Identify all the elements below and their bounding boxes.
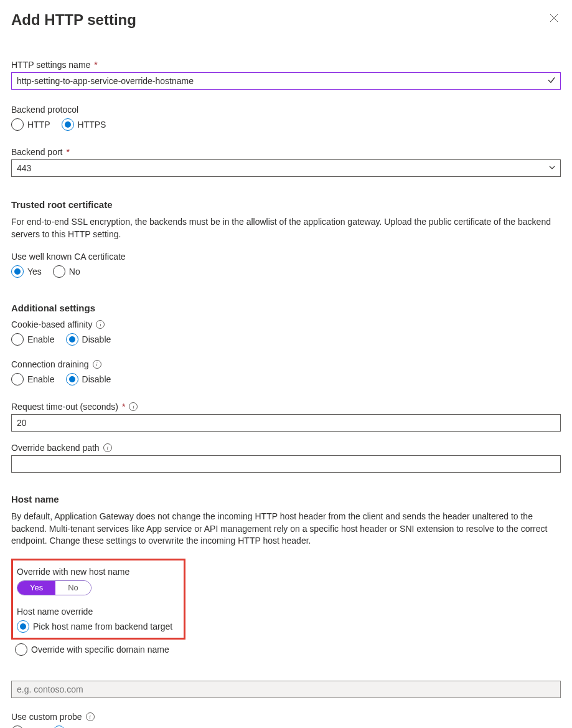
override-backend-path-label: Override backend path i	[11, 443, 561, 453]
override-hostname-yes[interactable]: Yes	[17, 581, 55, 595]
highlight-box: Override with new host name Yes No Host …	[11, 559, 185, 640]
radio-icon	[53, 265, 65, 278]
info-icon[interactable]: i	[96, 320, 105, 329]
info-icon[interactable]: i	[129, 402, 138, 411]
cookie-affinity-label: Cookie-based affinity i	[11, 319, 561, 329]
custom-probe-yes[interactable]: Yes	[11, 726, 42, 728]
request-timeout-input[interactable]	[11, 414, 561, 432]
hostname-description: By default, Application Gateway does not…	[11, 511, 561, 547]
radio-icon	[15, 643, 27, 656]
hostname-heading: Host name	[11, 494, 561, 504]
backend-port-label: Backend port*	[11, 147, 561, 157]
page-title: Add HTTP setting	[11, 11, 136, 29]
use-well-known-ca-label: Use well known CA certificate	[11, 252, 561, 262]
connection-draining-enable[interactable]: Enable	[11, 373, 55, 385]
backend-protocol-http[interactable]: HTTP	[11, 118, 50, 131]
info-icon[interactable]: i	[93, 360, 101, 369]
radio-icon	[11, 118, 24, 131]
cookie-affinity-enable[interactable]: Enable	[11, 333, 55, 346]
override-hostname-no[interactable]: No	[55, 581, 91, 595]
override-backend-path-input[interactable]	[11, 455, 561, 473]
trusted-root-description: For end-to-end SSL encryption, the backe…	[11, 216, 561, 240]
http-settings-name-input[interactable]	[11, 72, 561, 90]
radio-icon	[62, 118, 74, 131]
radio-icon	[11, 265, 24, 278]
radio-icon	[11, 373, 24, 385]
trusted-root-heading: Trusted root certificate	[11, 199, 561, 210]
connection-draining-label: Connection draining i	[11, 359, 561, 369]
checkmark-icon	[547, 76, 556, 87]
backend-protocol-label: Backend protocol	[11, 105, 561, 115]
radio-icon	[66, 373, 78, 385]
override-hostname-toggle[interactable]: Yes No	[17, 580, 91, 595]
hostname-override-specific[interactable]: Override with specific domain name	[15, 643, 561, 656]
cookie-affinity-disable[interactable]: Disable	[66, 333, 111, 346]
radio-icon	[66, 333, 78, 346]
backend-port-input[interactable]	[11, 159, 561, 177]
http-settings-name-label: HTTP settings name*	[11, 60, 561, 70]
additional-settings-heading: Additional settings	[11, 303, 561, 313]
close-button[interactable]	[547, 11, 561, 27]
hostname-override-pick[interactable]: Pick host name from backend target	[17, 620, 177, 633]
info-icon[interactable]: i	[103, 443, 112, 452]
hostname-override-label: Host name override	[17, 607, 177, 617]
close-icon	[550, 14, 558, 22]
radio-icon	[11, 726, 24, 728]
request-timeout-label: Request time-out (seconds)* i	[11, 402, 561, 412]
custom-probe-no[interactable]: No	[53, 726, 80, 728]
info-icon[interactable]: i	[86, 712, 95, 721]
override-new-hostname-label: Override with new host name	[17, 567, 177, 577]
custom-probe-label: Use custom probe i	[11, 712, 561, 722]
connection-draining-disable[interactable]: Disable	[66, 373, 111, 385]
ca-yes[interactable]: Yes	[11, 265, 42, 278]
domain-name-input	[11, 681, 561, 698]
backend-protocol-https[interactable]: HTTPS	[62, 118, 106, 131]
radio-icon	[11, 333, 24, 346]
ca-no[interactable]: No	[53, 265, 80, 278]
radio-icon	[53, 726, 65, 728]
radio-icon	[17, 620, 29, 633]
